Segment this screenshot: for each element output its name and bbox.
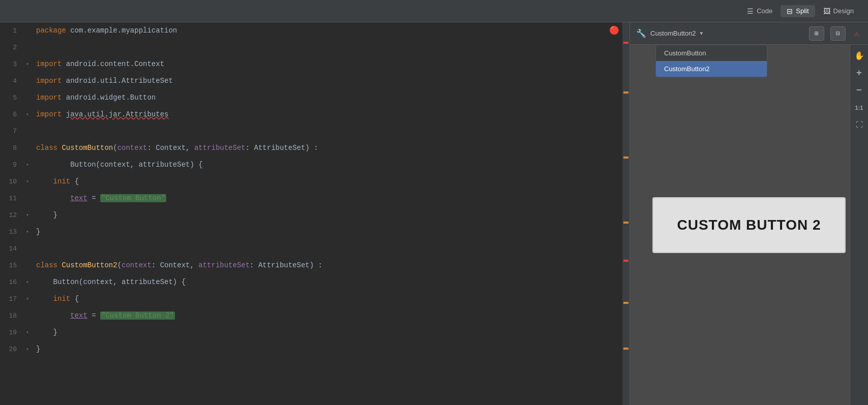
layout-button[interactable]: ⊟: [830, 26, 846, 41]
code-label: Code: [757, 7, 772, 15]
line-content: init {: [32, 291, 630, 307]
code-line: 18 text = "Custom Button 2": [0, 307, 630, 324]
top-toolbar: ☰ Code ⊟ Split 🖼 Design: [0, 0, 868, 22]
line-number: 19: [0, 324, 23, 341]
plus-icon: +: [856, 68, 862, 78]
editor-markers: [622, 22, 630, 405]
dropdown-item-custom-button[interactable]: CustomButton: [656, 45, 767, 61]
chevron-down-icon: ▼: [699, 30, 704, 36]
line-content: Button(context, attributeSet) {: [32, 157, 630, 173]
line-number: 14: [0, 240, 23, 257]
code-line: 17▾ init {: [0, 291, 630, 307]
line-content: }: [32, 207, 630, 224]
scroll-marker: [623, 260, 628, 262]
line-content: import android.util.AttributeSet: [32, 73, 630, 89]
zoom-in-button[interactable]: +: [852, 66, 866, 80]
line-number: 17: [0, 291, 23, 307]
fold-icon[interactable]: ▾: [23, 56, 32, 73]
line-number: 15: [0, 257, 23, 274]
code-line: 9▾ Button(context, attributeSet) {: [0, 157, 630, 173]
split-icon: ⊟: [787, 7, 793, 15]
code-line: 16▾ Button(context, attributeSet) {: [0, 274, 630, 291]
grid-view-button[interactable]: ⊞: [809, 26, 824, 41]
fold-icon[interactable]: ▾: [23, 341, 32, 358]
preview-button-label: CUSTOM BUTTON 2: [677, 217, 821, 233]
right-side-toolbar: ✋ + − 1:1 ⛶: [850, 45, 868, 405]
grid-icon: ⊞: [815, 29, 819, 38]
dropdown-selector[interactable]: CustomButton2 ▼: [650, 29, 704, 37]
code-line: 7: [0, 123, 630, 140]
code-line: 2: [0, 39, 630, 56]
preview-button: CUSTOM BUTTON 2: [652, 197, 846, 253]
line-content: }: [32, 324, 630, 341]
dropdown-item-custom-button2[interactable]: CustomButton2: [656, 61, 767, 77]
line-number: 11: [0, 190, 23, 207]
line-content: import android.content.Context: [32, 56, 630, 73]
code-line: 12▾ }: [0, 207, 630, 224]
error-indicator: 🔴: [609, 22, 619, 39]
design-view-button[interactable]: 🖼 Design: [817, 5, 860, 17]
error-badge: ⚠: [852, 28, 862, 39]
ratio-button[interactable]: 1:1: [852, 101, 866, 115]
fold-icon[interactable]: ▾: [23, 224, 32, 240]
line-content: text = "Custom Button": [32, 190, 630, 207]
line-content: init {: [32, 173, 630, 190]
fold-icon[interactable]: ▾: [23, 291, 32, 307]
line-number: 5: [0, 89, 23, 106]
main-area: 1package com.example.myapplication🔴23▾im…: [0, 22, 868, 405]
line-content: import java.util.jar.Attributes: [32, 106, 630, 123]
fold-icon[interactable]: ▾: [23, 324, 32, 341]
design-label: Design: [833, 7, 854, 15]
line-number: 9: [0, 157, 23, 173]
expand-button[interactable]: ⛶: [852, 118, 866, 132]
code-line: 10▾ init {: [0, 173, 630, 190]
fold-icon[interactable]: ▾: [23, 274, 32, 291]
fold-icon[interactable]: ▾: [23, 173, 32, 190]
line-content: }: [32, 224, 630, 240]
split-view-button[interactable]: ⊟ Split: [781, 5, 815, 17]
code-view-button[interactable]: ☰ Code: [741, 5, 779, 17]
code-line: 8class CustomButton(context: Context, at…: [0, 140, 630, 157]
fold-icon[interactable]: ▾: [23, 157, 32, 173]
code-editor[interactable]: 1package com.example.myapplication🔴23▾im…: [0, 22, 630, 405]
fold-icon[interactable]: ▾: [23, 207, 32, 224]
dropdown-header: 🔧 CustomButton2 ▼ ⊞ ⊟ ⚠: [630, 22, 868, 45]
code-line: 13▾}: [0, 224, 630, 240]
scroll-marker: [623, 302, 628, 304]
minus-icon: −: [856, 85, 862, 96]
line-number: 2: [0, 39, 23, 56]
line-number: 10: [0, 173, 23, 190]
hand-icon: ✋: [854, 51, 864, 61]
line-content: import android.widget.Button: [32, 89, 630, 106]
hand-tool-button[interactable]: ✋: [852, 49, 866, 63]
ratio-label: 1:1: [855, 105, 863, 111]
line-number: 1: [0, 22, 23, 39]
zoom-out-button[interactable]: −: [852, 83, 866, 98]
line-number: 8: [0, 140, 23, 157]
line-number: 20: [0, 341, 23, 358]
line-content: class CustomButton(context: Context, att…: [32, 140, 630, 157]
code-line: 19▾ }: [0, 324, 630, 341]
scroll-marker: [623, 157, 628, 159]
dropdown-menu: CustomButton CustomButton2: [655, 45, 767, 77]
line-number: 12: [0, 207, 23, 224]
line-content: package com.example.myapplication🔴: [32, 22, 630, 39]
split-label: Split: [796, 7, 809, 15]
line-content: Button(context, attributeSet) {: [32, 274, 630, 291]
fold-icon[interactable]: ▾: [23, 106, 32, 123]
selector-label: CustomButton2: [650, 29, 696, 37]
line-number: 13: [0, 224, 23, 240]
code-line: 1package com.example.myapplication🔴: [0, 22, 630, 39]
design-icon: 🖼: [823, 7, 830, 15]
scroll-marker: [623, 42, 628, 44]
scroll-marker: [623, 348, 628, 350]
line-number: 7: [0, 123, 23, 140]
wrench-icon: 🔧: [636, 28, 646, 39]
expand-icon: ⛶: [856, 121, 863, 129]
right-panel: 🔧 CustomButton2 ▼ ⊞ ⊟ ⚠ CustomButton Cus…: [630, 22, 868, 405]
code-line: 14: [0, 240, 630, 257]
code-line: 6▾import java.util.jar.Attributes: [0, 106, 630, 123]
line-number: 16: [0, 274, 23, 291]
line-number: 4: [0, 73, 23, 89]
line-number: 18: [0, 307, 23, 324]
